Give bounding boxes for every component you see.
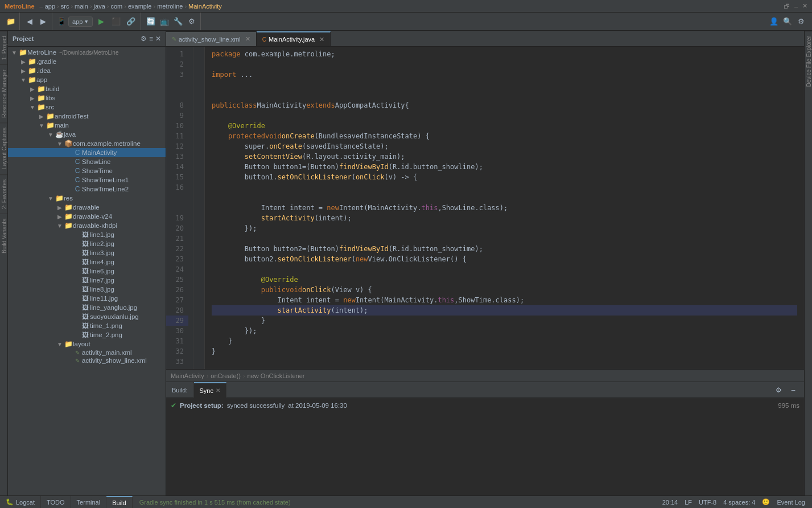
settings-right-btn[interactable]: ⚙ (795, 15, 807, 28)
tree-item-MainActivity[interactable]: C MainActivity (8, 148, 166, 157)
tree-item-suoyouxianlu[interactable]: 🖼suoyouxianlu.jpg (8, 312, 166, 321)
tree-item-java[interactable]: ▼ ☕ java (8, 130, 166, 139)
right-gutter (797, 47, 804, 369)
bottom-content: ✔ Project setup: synced successfully at … (166, 398, 804, 495)
bottom-panel-tabs: Build: Sync ✕ ⚙ – (166, 382, 804, 398)
tree-item-ShowLine[interactable]: C ShowLine (8, 157, 166, 166)
label-favorites[interactable]: 2: Favorites (0, 174, 7, 214)
app-brand: MetroLine (5, 3, 35, 10)
tree-item-line7[interactable]: 🖼line7.jpg (8, 276, 166, 285)
side-tab-device-explorer[interactable]: Device File Explorer (805, 31, 812, 91)
status-build-msg: Gradle sync finished in 1 s 515 ms (from… (133, 499, 656, 506)
tree-item-main[interactable]: ▼ 📁 main (8, 121, 166, 130)
editor-breadcrumb: MainActivity › onCreate() › new OnClickL… (166, 369, 804, 382)
debug-button[interactable]: ⬛ (110, 15, 122, 28)
tree-item-idea[interactable]: ▶ 📁 .idea (8, 66, 166, 75)
tree-item-line3[interactable]: 🖼line3.jpg (8, 248, 166, 257)
attach-debugger-btn[interactable]: 🔗 (125, 15, 137, 28)
tab-MainActivity-java[interactable]: C MainActivity.java ✕ (257, 31, 331, 46)
search-btn[interactable]: 🔍 (781, 15, 794, 28)
status-encoding[interactable]: UTF-8 (699, 499, 716, 506)
tree-item-layout[interactable]: ▼ 📁 layout (8, 339, 166, 349)
project-header-close[interactable]: ✕ (155, 35, 161, 43)
status-tab-terminal[interactable]: Terminal (71, 496, 107, 509)
status-emoji: 🙂 (762, 498, 770, 506)
run-config-dropdown[interactable]: app ▼ (68, 17, 93, 27)
tree-item-drawable-v24[interactable]: ▶ 📁 drawable-v24 (8, 212, 166, 221)
sdk-btn[interactable]: 🔧 (172, 15, 184, 28)
settings-btn[interactable]: ⚙ (186, 15, 198, 28)
tree-item-metroline[interactable]: ▼ 📁 MetroLine ~/Downloads/MetroLine (8, 48, 166, 57)
tree-item-line4[interactable]: 🖼line4.jpg (8, 257, 166, 267)
profile-btn[interactable]: 👤 (768, 15, 780, 28)
run-button[interactable]: ▶ (95, 15, 108, 28)
vertical-left-labels: 1: Project Resource Manager Layout Captu… (0, 31, 8, 495)
project-panel: Project ⚙ ≡ ✕ ▼ 📁 MetroLine ~/Downloads/… (8, 31, 166, 495)
tree-item-line8[interactable]: 🖼line8.jpg (8, 285, 166, 294)
tab-sync-close[interactable]: ✕ (216, 387, 220, 394)
bottom-panel-controls: ⚙ – (772, 384, 804, 396)
msg-prefix: Project setup: (180, 402, 224, 409)
tab-build[interactable]: Build: (166, 382, 194, 398)
tree-item-drawable[interactable]: ▶ 📁 drawable (8, 203, 166, 212)
tree-item-line6[interactable]: 🖼line6.jpg (8, 267, 166, 276)
sync-btn[interactable]: 🔄 (145, 15, 157, 28)
status-event-log[interactable]: Event Log (777, 499, 805, 506)
tree-item-ShowTimeLine2[interactable]: C ShowTimeLine2 (8, 185, 166, 194)
toolbar-btn-forward[interactable]: ▶ (37, 15, 50, 28)
tree-item-line2[interactable]: 🖼line2.jpg (8, 239, 166, 248)
tree-item-app[interactable]: ▼ 📁 app (8, 75, 166, 84)
tab-activity-show-line-xml[interactable]: ✎ activity_show_line.xml ✕ (166, 31, 257, 46)
editor-content-wrapper: 1 2 3 8 9 10 11 12 13 14 15 16 19 20 2 (166, 47, 804, 495)
tree-item-package[interactable]: ▼ 📦 com.example.metroline (8, 139, 166, 148)
tree-item-drawable-xhdpi[interactable]: ▼ 📁 drawable-xhdpi (8, 221, 166, 230)
status-tab-logcat[interactable]: 🐛 Logcat (0, 496, 41, 509)
project-header-settings[interactable]: ⚙ (141, 35, 147, 43)
tab-sync[interactable]: Sync ✕ (194, 382, 226, 398)
tree-item-src[interactable]: ▼ 📁 src (8, 103, 166, 112)
label-project[interactable]: 1: Project (0, 31, 7, 64)
code-content[interactable]: package com.example.metroline; import ..… (205, 47, 797, 369)
editor-area: ✎ activity_show_line.xml ✕ C MainActivit… (166, 31, 804, 495)
tab-close-java[interactable]: ✕ (319, 36, 324, 43)
app-icon: 📱 (57, 17, 66, 26)
right-side-tabs: Device File Explorer (804, 31, 812, 495)
tree-item-line11[interactable]: 🖼line11.jpg (8, 294, 166, 303)
status-tab-build-active[interactable]: Build (106, 496, 132, 509)
tree-item-ShowTimeLine1[interactable]: C ShowTimeLine1 (8, 175, 166, 185)
label-layout-captures[interactable]: Layout Captures (0, 122, 7, 174)
tree-item-build[interactable]: ▶ 📁 build (8, 84, 166, 93)
tree-item-activity-main-xml[interactable]: ✎activity_main.xml (8, 349, 166, 357)
bottom-panel: Build: Sync ✕ ⚙ – ✔ Project setup: (166, 382, 804, 495)
tree-item-res[interactable]: ▼ 📁 res (8, 194, 166, 203)
tree-item-libs[interactable]: ▶ 📁 libs (8, 93, 166, 103)
bottom-settings-btn[interactable]: ⚙ (772, 384, 785, 396)
status-line-ending[interactable]: LF (685, 499, 692, 506)
build-message: ✔ Project setup: synced successfully at … (171, 400, 799, 411)
tree-item-gradle[interactable]: ▶ 📁 .gradle (8, 57, 166, 66)
avd-btn[interactable]: 📺 (158, 15, 171, 28)
status-indent[interactable]: 4 spaces: 4 (723, 499, 755, 506)
main-layout: 1: Project Resource Manager Layout Captu… (0, 31, 812, 495)
tree-item-activity-show-line-xml[interactable]: ✎activity_show_line.xml (8, 357, 166, 364)
title-bar-controls[interactable]: 🗗 – ✕ (784, 2, 807, 10)
toolbar-btn-back[interactable]: ◀ (23, 15, 36, 28)
tree-item-ShowTime[interactable]: C ShowTime (8, 166, 166, 175)
tree-item-line1[interactable]: 🖼line1.jpg (8, 230, 166, 239)
status-tabs: 🐛 Logcat TODO Terminal Build (0, 496, 133, 509)
label-build-variants[interactable]: Build Variants (0, 214, 7, 258)
toolbar-section-right: 👤 🔍 ⚙ (765, 15, 810, 28)
run-config-section: 📱 app ▼ ▶ ⬛ 🔗 (53, 13, 141, 30)
tree-item-time1[interactable]: 🖼time_1.png (8, 321, 166, 330)
line-numbers: 1 2 3 8 9 10 11 12 13 14 15 16 19 20 2 (166, 47, 193, 369)
project-header-expand[interactable]: ≡ (149, 35, 153, 43)
tree-item-androidTest[interactable]: ▶ 📁 androidTest (8, 112, 166, 121)
tree-item-line-yangluo[interactable]: 🖼line_yangluo.jpg (8, 303, 166, 312)
title-bar: MetroLine – app › src › main › java › co… (0, 0, 812, 13)
tab-close-xml[interactable]: ✕ (245, 35, 250, 43)
bottom-minimize-btn[interactable]: – (787, 384, 799, 396)
toolbar-btn-folder[interactable]: 📁 (5, 15, 17, 28)
tree-item-time2[interactable]: 🖼time_2.png (8, 330, 166, 339)
label-resource-manager[interactable]: Resource Manager (0, 64, 7, 122)
status-tab-todo[interactable]: TODO (41, 496, 71, 509)
